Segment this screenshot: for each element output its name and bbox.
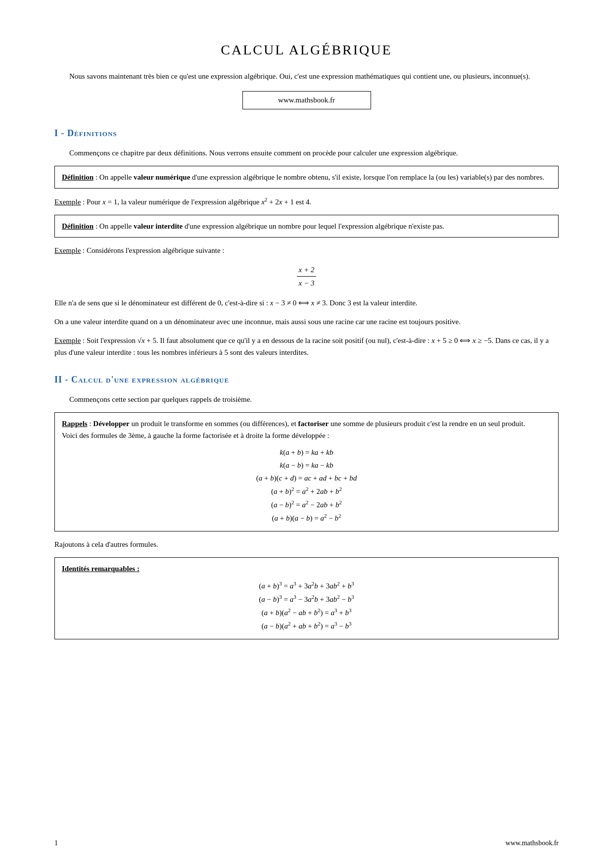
def1-bold: valeur numérique [134, 173, 190, 181]
section2-intro: Commençons cette section par quelques ra… [54, 393, 559, 405]
page-number: 1 [54, 838, 58, 848]
page-footer: 1 www.mathsbook.fr [0, 838, 613, 848]
page: Calcul algébrique Nous savons maintenant… [0, 0, 613, 868]
rappels-line2: Voici des formules de 3ème, à gauche la … [62, 430, 551, 441]
def2-bold: valeur interdite [134, 222, 183, 230]
formula-3: (a + b)(c + d) = ac + ad + bc + bd [62, 472, 551, 484]
example1: Exemple : Pour x = 1, la valeur numériqu… [54, 195, 559, 208]
rappels-bold2: factoriser [298, 420, 329, 428]
def1-rest: d'une expression algébrique le nombre ob… [190, 173, 544, 181]
website-box: www.mathsbook.fr [242, 91, 371, 109]
intro-paragraph: Nous savons maintenant très bien ce qu'e… [54, 70, 559, 82]
fraction-display: x + 2 x − 3 [54, 264, 559, 289]
formula-4: (a + b)2 = a2 + 2ab + b2 [62, 485, 551, 497]
fraction-numerator: x + 2 [297, 264, 317, 277]
section2-title: II - Calcul d'une expression algébrique [54, 373, 559, 386]
identites-box: Identités remarquables : (a + b)3 = a3 +… [54, 557, 559, 639]
rappels-text: Rappels : Développer un produit le trans… [62, 418, 551, 430]
example3-text: : Soit l'expression √x + 5. Il faut abso… [54, 337, 549, 356]
body-text-2: On a une valeur interdite quand on a un … [54, 316, 559, 328]
identites-label-text: Identités remarquables [62, 565, 135, 573]
identite-4: (a − b)(a2 + ab + b2) = a3 − b3 [62, 620, 551, 632]
formula-6: (a + b)(a − b) = a2 − b2 [62, 512, 551, 524]
section1-title: I - Définitions [54, 127, 559, 140]
example1-label: Exemple [54, 198, 81, 206]
section1-intro: Commençons ce chapitre par deux définiti… [54, 147, 559, 159]
rappels-label: Rappels [62, 420, 88, 428]
example2: Exemple : Considérons l'expression algéb… [54, 244, 559, 256]
footer-website: www.mathsbook.fr [506, 838, 559, 848]
example2-label: Exemple [54, 246, 81, 254]
identites-label: Identités remarquables : [62, 563, 551, 575]
body-text-1: Elle n'a de sens que si le dénominateur … [54, 297, 559, 309]
def1-label: Définition [62, 173, 94, 181]
example2-text: : Considérons l'expression algébrique su… [81, 246, 224, 254]
definition-box-2: Définition : On appelle valeur interdite… [54, 215, 559, 238]
page-title: Calcul algébrique [54, 40, 559, 60]
body-after-formulas: Rajoutons à cela d'autres formules. [54, 538, 559, 550]
def1-text: : On appelle [94, 173, 134, 181]
identite-2: (a − b)3 = a3 − 3a2b + 3ab2 − b3 [62, 593, 551, 605]
fraction-denominator: x − 3 [297, 277, 317, 289]
def2-rest: d'une expression algébrique un nombre po… [183, 222, 444, 230]
identite-1: (a + b)3 = a3 + 3a2b + 3ab2 + b3 [62, 579, 551, 592]
rappels-bold1: Développer [93, 420, 129, 428]
identite-3: (a + b)(a2 − ab + b2) = a3 + b3 [62, 606, 551, 619]
def2-text: : On appelle [94, 222, 134, 230]
formula-5: (a − b)2 = a2 − 2ab + b2 [62, 498, 551, 511]
example3-label: Exemple [54, 337, 81, 344]
website-link: www.mathsbook.fr [278, 95, 335, 106]
fraction: x + 2 x − 3 [297, 264, 317, 289]
definition-box-1: Définition : On appelle valeur numérique… [54, 166, 559, 189]
example1-text: : Pour x = 1, la valeur numérique de l'e… [81, 198, 311, 206]
identites-formulas: (a + b)3 = a3 + 3a2b + 3ab2 + b3 (a − b)… [62, 579, 551, 632]
def2-label: Définition [62, 222, 94, 230]
rappels-box: Rappels : Développer un produit le trans… [54, 412, 559, 531]
formula-1: k(a + b) = ka + kb [62, 446, 551, 458]
example3: Exemple : Soit l'expression √x + 5. Il f… [54, 335, 559, 358]
formula-2: k(a − b) = ka − kb [62, 459, 551, 471]
formulas-list: k(a + b) = ka + kb k(a − b) = ka − kb (a… [62, 446, 551, 524]
